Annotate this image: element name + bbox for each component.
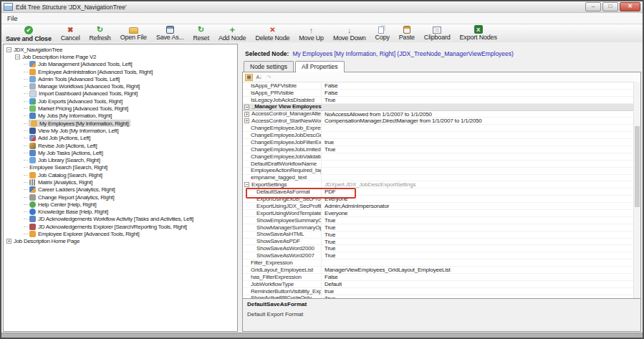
- expand-icon[interactable]: +: [244, 112, 249, 117]
- navigation-tree-panel[interactable]: −JDX_NavigationTree−Job Description Home…: [3, 44, 238, 332]
- property-row-has-filterexpression[interactable]: has_FilterExpressionFalse: [243, 274, 640, 281]
- tree-item-job-exports-advanced-tools-right[interactable]: Job Exports [Advanced Tools, Right]: [4, 97, 237, 105]
- property-value[interactable]: True: [322, 239, 640, 245]
- toolbar-cancel-button[interactable]: ✖Cancel: [61, 25, 80, 42]
- property-value[interactable]: [322, 161, 640, 167]
- tree-item-employee-explorer-advanced-tools-right[interactable]: Employee Explorer [Advanced Tools, Right…: [4, 230, 237, 237]
- maximize-button[interactable]: □: [602, 2, 618, 11]
- property-value[interactable]: True: [322, 97, 640, 103]
- property-row-exportusingjdx-secprofiles[interactable]: ExportUsingJDX_SecProfilesAdmin;AdminImp…: [243, 203, 640, 210]
- property-row-accesscontrol-managerattestation[interactable]: +AccessControl_ManagerAttestationNoAcces…: [243, 111, 640, 118]
- collapse-icon[interactable]: −: [6, 47, 11, 52]
- collapse-icon[interactable]: −: [244, 105, 249, 110]
- property-row-isapps-prvisible[interactable]: IsApps_PRVisibleFalse: [243, 90, 640, 97]
- property-value[interactable]: True: [322, 217, 640, 224]
- toolbar-copy-button[interactable]: Copy: [375, 25, 390, 42]
- property-value[interactable]: True: [322, 252, 640, 259]
- tree-item-import-dashboard-advanced-tools-right[interactable]: Import Dashboard [Advanced Tools, Right]: [4, 90, 237, 97]
- toolbar-clipboard-button[interactable]: □Clipboard: [424, 25, 451, 42]
- property-row-changeemployeejobdescgridlayou[interactable]: ChangeEmployeeJobDescGridLayou: [243, 132, 640, 139]
- tree-item-market-pricing-advanced-tools-right[interactable]: Market Pricing [Advanced Tools, Right]: [4, 105, 237, 112]
- tree-item-jd-acknowledgements-explorer-search-reporting-tools-right[interactable]: JD Acknowledgements Explorer [Search/Rep…: [4, 223, 237, 230]
- property-row-filter-expression[interactable]: Filter_Expression: [243, 259, 640, 267]
- property-value[interactable]: True: [322, 146, 640, 153]
- property-row-accesscontrol-startnewworkflow[interactable]: +AccessControl_StartNewWorkflowCompensat…: [243, 118, 640, 125]
- property-category-manager-view-employees[interactable]: −_Manager View Employees: [243, 104, 640, 111]
- tree-item-my-jobs-my-information-right[interactable]: My Jobs [My Information, Right]: [4, 113, 237, 120]
- property-row-isapps-pafvisible[interactable]: IsApps_PAFVisibleFalse: [243, 82, 640, 90]
- tree-item-employee-administration-advanced-tools-right[interactable]: Employee Administration [Advanced Tools,…: [4, 68, 237, 75]
- tree-item-my-job-tasks-actions-left[interactable]: My Job Tasks [Actions, Left]: [4, 149, 237, 156]
- property-value[interactable]: NoAccessAllowed from 1/1/2007 to 1/1/205…: [322, 111, 640, 118]
- tree-item-career-ladders-analytics-right[interactable]: Career Ladders [Analytics, Right]: [4, 186, 237, 194]
- property-value[interactable]: Admin;AdminImpersonator: [322, 203, 640, 209]
- property-row-changeemployeejobfilterexpressio[interactable]: ChangeEmployeeJobFilterExpressiotrue: [243, 139, 640, 146]
- collapse-icon[interactable]: −: [15, 54, 20, 59]
- property-row-changeemployeejobvalidationexpr[interactable]: ChangeEmployeeJobValidationExpr: [243, 153, 640, 161]
- property-row-changeemployeejoblimitedtochilc[interactable]: ChangeEmployeeJobLimitedToChilcTrue: [243, 146, 640, 153]
- toolbar-move-up-button[interactable]: ↑Move Up: [299, 25, 324, 42]
- tree-item-my-employees-my-information-right[interactable]: My Employees [My Information, Right]: [4, 120, 237, 127]
- tree-item-jd-acknowledgements-workflow-activity-tasks-and-activities-left[interactable]: JD Acknowledgements Workflow Activity [T…: [4, 216, 237, 223]
- property-value[interactable]: False: [322, 274, 640, 280]
- collapse-icon[interactable]: −: [244, 182, 249, 187]
- property-value[interactable]: Everyone: [322, 210, 640, 216]
- tree-item-view-my-job-my-information-left[interactable]: View My Job [My Information, Left]: [4, 127, 237, 134]
- property-value[interactable]: JDXpert.JDX_JobDescExportSettings: [322, 181, 640, 188]
- property-row-employeeactionrequired-tagged-t[interactable]: EmployeeActionRequired_tagged_t: [243, 168, 640, 175]
- expand-icon[interactable]: +: [244, 118, 249, 123]
- property-value[interactable]: True: [322, 224, 640, 231]
- categorized-icon[interactable]: ▦: [245, 74, 253, 81]
- reset-property-icon[interactable]: ↷: [265, 74, 273, 81]
- tree-item-knowledge-base-help-right[interactable]: Knowledge Base [Help, Right]: [4, 209, 237, 216]
- tab-all-properties[interactable]: All Properties: [295, 61, 345, 72]
- tree-item-job-management-advanced-tools-left[interactable]: Job Management [Advanced Tools, Left]: [4, 61, 237, 68]
- menu-file[interactable]: File: [1, 15, 24, 22]
- tree-item-job-description-home-page-v2[interactable]: −Job Description Home Page V2: [4, 53, 237, 60]
- tree-item-jdx-navigationtree[interactable]: −JDX_NavigationTree: [4, 46, 237, 53]
- property-value[interactable]: [322, 175, 640, 181]
- close-button[interactable]: ✕: [620, 2, 640, 11]
- property-value[interactable]: Default: [322, 281, 640, 287]
- property-value[interactable]: True: [322, 295, 640, 298]
- property-row-jobworkflowtype[interactable]: JobWorkflowTypeDefault: [243, 281, 640, 288]
- property-row-gridlayout-employeelist[interactable]: GridLayout_EmployeeListManagerViewEmploy…: [243, 267, 640, 274]
- property-row-showmanagersummaryoption[interactable]: ShowManagerSummaryOptionTrue: [243, 224, 640, 231]
- property-row-showsaveashtml[interactable]: ShowSaveAsHTMLTrue: [243, 231, 640, 239]
- toolbar-save-and-close-button[interactable]: ✔Save and Close: [6, 25, 52, 43]
- property-value[interactable]: true: [322, 288, 640, 295]
- property-value[interactable]: False: [322, 82, 640, 89]
- property-grid-scrollbar[interactable]: [633, 82, 640, 298]
- toolbar-add-node-button[interactable]: +Add Node: [218, 25, 246, 42]
- property-value[interactable]: True: [322, 245, 640, 252]
- property-value[interactable]: [322, 132, 640, 138]
- property-value[interactable]: False: [322, 90, 640, 96]
- tree-item-job-catalog-search-right[interactable]: Job Catalog [Search, Right]: [4, 171, 237, 178]
- toolbar-paste-button[interactable]: Paste: [399, 25, 415, 42]
- property-value[interactable]: ManagerViewEmployees_GridLayout_Employee…: [322, 267, 640, 273]
- alphabetical-icon[interactable]: A↓: [255, 74, 263, 81]
- toolbar-delete-node-button[interactable]: ✕Delete Node: [255, 25, 289, 42]
- property-row-showemployeesummaryoption[interactable]: ShowEmployeeSummaryOptionTrue: [243, 217, 640, 224]
- property-row-changeemployeejob-expression[interactable]: ChangeEmployeeJob_Expression: [243, 125, 640, 132]
- property-value[interactable]: Everyone: [322, 196, 640, 202]
- property-row-islegacyjobacksdisabled[interactable]: IsLegacyJobAcksDisabledTrue: [243, 97, 640, 104]
- tree-item-add-job-actions-left[interactable]: Add Job [Actions, Left]: [4, 135, 237, 142]
- property-value[interactable]: true: [322, 139, 640, 145]
- tree-item-job-library-search-right[interactable]: Job Library [Search, Right]: [4, 156, 237, 163]
- tree-item-manage-workflows-advanced-tools-right[interactable]: Manage Workflows [Advanced Tools, Right]: [4, 82, 237, 90]
- scrollbar-thumb[interactable]: [635, 126, 640, 207]
- tree-item-matrix-analytics-right[interactable]: Matrix [Analytics, Right]: [4, 178, 237, 186]
- property-value[interactable]: [322, 125, 640, 131]
- tree-item-job-description-home-page[interactable]: +Job Description Home Page: [4, 238, 237, 245]
- property-row-exportusingexcel-secprofiles[interactable]: ExportUsingExcel_SecProfilesEveryone: [243, 196, 640, 203]
- tree-item-change-report-analytics-right[interactable]: Change Report [Analytics, Right]: [4, 194, 237, 201]
- property-row-showsaveasword2000[interactable]: ShowSaveAsWord2000True: [243, 245, 640, 252]
- tree-item-employee-search-search-right[interactable]: Employee Search [Search, Right]: [4, 164, 237, 171]
- tree-item-admin-tools-advanced-tools-left[interactable]: Admin Tools [Advanced Tools, Left]: [4, 75, 237, 82]
- property-row-showsaveaspdf[interactable]: ShowSaveAsPDFTrue: [243, 239, 640, 246]
- property-row-reminderbuttonvisibility-expressio[interactable]: ReminderButtonVisibility_Expressiotrue: [243, 288, 640, 295]
- property-value[interactable]: CompensationManager,DirectManager from 1…: [322, 118, 640, 124]
- property-value[interactable]: True: [322, 231, 640, 238]
- property-value[interactable]: PDF: [322, 188, 640, 195]
